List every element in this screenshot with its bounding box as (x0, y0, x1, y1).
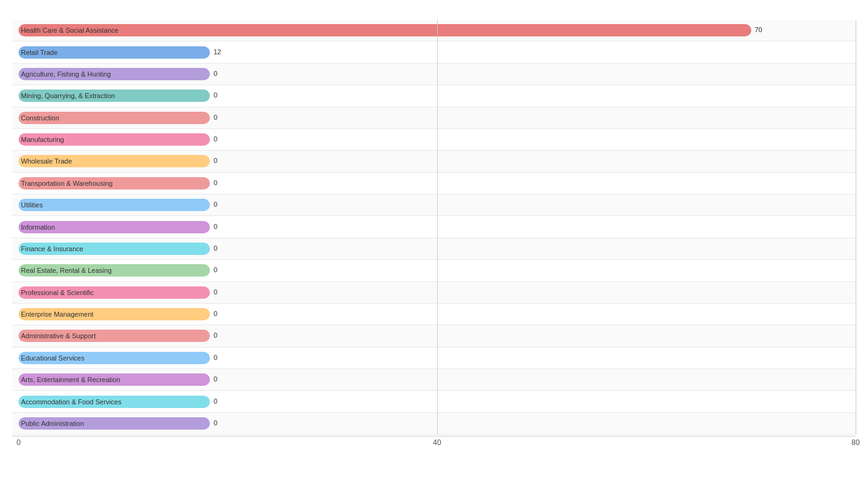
x-tick: 40 (433, 438, 441, 447)
bar-value: 12 (214, 48, 221, 56)
bar-row: Health Care & Social Assistance70 (12, 20, 856, 41)
bar-fill: Retail Trade (19, 46, 210, 59)
bar-label-text: Wholesale Trade (21, 157, 72, 165)
bar-value: 0 (214, 375, 217, 383)
bar-value: 0 (214, 310, 217, 317)
bar-fill: Professional & Scientific (19, 286, 210, 299)
bar-value: 70 (755, 26, 762, 33)
bar-label-text: Public Administration (21, 420, 84, 427)
bar-label-text: Arts, Entertainment & Recreation (21, 376, 120, 383)
bar-track: Public Administration0 (19, 417, 856, 430)
bar-fill: Enterprise Management (19, 308, 210, 320)
chart-container: Health Care & Social Assistance70Retail … (0, 0, 868, 479)
bar-fill: Administrative & Support (19, 330, 210, 342)
bar-fill: Real Estate, Rental & Leasing (19, 264, 210, 277)
bar-row: Manufacturing0 (12, 129, 856, 151)
bar-row: Retail Trade12 (12, 41, 856, 63)
x-axis: 04080 (12, 436, 856, 454)
bar-fill: Educational Services (19, 352, 210, 364)
bar-value: 0 (214, 331, 217, 339)
bar-value: 0 (214, 157, 217, 164)
bar-value: 0 (214, 91, 217, 99)
bar-fill: Mining, Quarrying, & Extraction (19, 90, 210, 102)
bar-track: Arts, Entertainment & Recreation0 (19, 373, 856, 386)
bar-label-text: Accommodation & Food Services (21, 398, 122, 406)
bar-label-text: Finance & Insurance (21, 245, 83, 252)
bar-row: Professional & Scientific0 (12, 282, 856, 304)
bar-row: Real Estate, Rental & Leasing0 (12, 260, 856, 281)
x-tick: 80 (851, 438, 859, 447)
bar-label-text: Agriculture, Fishing & Hunting (21, 70, 111, 78)
bar-value: 0 (214, 244, 217, 252)
bar-fill: Health Care & Social Assistance (19, 24, 751, 36)
bar-fill: Construction (19, 112, 210, 124)
bar-fill: Arts, Entertainment & Recreation (19, 373, 210, 386)
bar-track: Utilities0 (19, 198, 856, 212)
bar-label-text: Manufacturing (21, 136, 64, 143)
bar-track: Finance & Insurance0 (19, 242, 856, 256)
bar-row: Information0 (12, 216, 856, 238)
bar-track: Information0 (19, 220, 856, 234)
bar-row: Mining, Quarrying, & Extraction0 (12, 85, 856, 107)
bar-label-text: Administrative & Support (21, 332, 96, 339)
bar-track: Construction0 (19, 111, 856, 125)
bar-fill: Accommodation & Food Services (19, 396, 210, 408)
bar-fill: Wholesale Trade (19, 155, 210, 167)
bar-fill: Public Administration (19, 417, 210, 430)
x-axis-line (12, 436, 856, 436)
bar-fill: Manufacturing (19, 133, 210, 146)
bar-value: 0 (214, 398, 217, 405)
bar-track: Real Estate, Rental & Leasing0 (19, 264, 856, 277)
bar-label-text: Information (21, 223, 55, 231)
bar-track: Manufacturing0 (19, 133, 856, 146)
bar-value: 0 (214, 201, 217, 208)
bar-row: Arts, Entertainment & Recreation0 (12, 369, 856, 391)
bar-track: Professional & Scientific0 (19, 286, 856, 299)
bar-label-text: Professional & Scientific (21, 289, 94, 296)
bar-row: Transportation & Warehousing0 (12, 173, 856, 194)
bar-label-text: Enterprise Management (21, 310, 93, 318)
bar-track: Accommodation & Food Services0 (19, 395, 856, 409)
bar-row: Agriculture, Fishing & Hunting0 (12, 64, 856, 85)
bar-value: 0 (214, 114, 217, 121)
bar-value: 0 (214, 266, 217, 273)
bar-row: Administrative & Support0 (12, 325, 856, 347)
bar-label-text: Mining, Quarrying, & Extraction (21, 92, 115, 99)
bar-value: 0 (214, 179, 217, 186)
bar-value: 0 (214, 223, 217, 230)
bar-label-text: Real Estate, Rental & Leasing (21, 267, 112, 274)
bar-track: Educational Services0 (19, 351, 856, 365)
bar-row: Enterprise Management0 (12, 304, 856, 325)
bar-label-text: Utilities (21, 201, 43, 209)
bar-track: Mining, Quarrying, & Extraction0 (19, 89, 856, 102)
bar-fill: Agriculture, Fishing & Hunting (19, 68, 210, 80)
bar-row: Public Administration0 (12, 413, 856, 435)
bar-row: Accommodation & Food Services0 (12, 391, 856, 412)
bar-fill: Information (19, 221, 210, 233)
bar-label-text: Educational Services (21, 354, 85, 362)
bar-track: Enterprise Management0 (19, 307, 856, 321)
x-tick: 0 (17, 438, 21, 447)
bar-value: 0 (214, 135, 217, 143)
bar-label-text: Construction (21, 114, 59, 122)
bar-track: Agriculture, Fishing & Hunting0 (19, 67, 856, 81)
bar-track: Health Care & Social Assistance70 (19, 23, 856, 37)
bars-section: Health Care & Social Assistance70Retail … (12, 20, 856, 435)
bar-value: 0 (214, 70, 217, 77)
bar-track: Wholesale Trade0 (19, 154, 856, 168)
bar-track: Transportation & Warehousing0 (19, 177, 856, 190)
bar-row: Educational Services0 (12, 348, 856, 369)
chart-area: Health Care & Social Assistance70Retail … (12, 20, 856, 454)
bar-label-text: Health Care & Social Assistance (21, 27, 119, 34)
bar-value: 0 (214, 419, 217, 427)
bar-value: 0 (214, 288, 217, 296)
bar-row: Wholesale Trade0 (12, 151, 856, 172)
bar-track: Retail Trade12 (19, 46, 856, 59)
bar-row: Finance & Insurance0 (12, 238, 856, 260)
bar-label-text: Retail Trade (21, 49, 57, 56)
bar-fill: Transportation & Warehousing (19, 177, 210, 190)
bar-label-text: Transportation & Warehousing (21, 180, 112, 187)
bar-fill: Finance & Insurance (19, 243, 210, 255)
bar-fill: Utilities (19, 199, 210, 211)
bar-row: Construction0 (12, 107, 856, 129)
